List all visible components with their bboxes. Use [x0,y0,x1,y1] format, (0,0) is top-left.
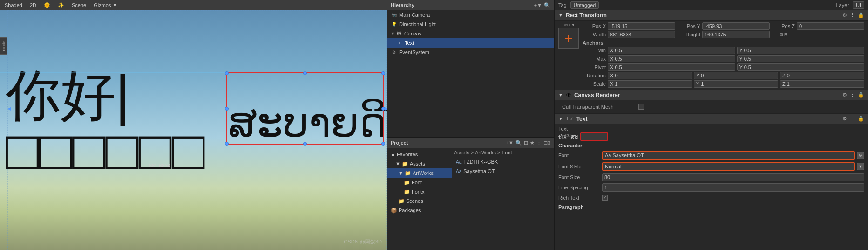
hierarchy-item-main-camera[interactable]: 📷 Main Camera [387,10,554,20]
project-folder-assets[interactable]: ▼ 📁 Assets [387,159,452,168]
eye-icon[interactable]: 👁 [566,92,571,98]
scene-shaded-btn[interactable]: Shaded [2,2,25,8]
scene-gizmos-btn[interactable]: Gizmos ▼ [91,2,120,8]
scene-lighting-btn[interactable]: 🌞 [41,2,53,9]
handle-bl[interactable] [225,142,229,146]
text-settings-icon[interactable]: ⚙ [842,116,847,122]
rect-transform-title: Rect Transform [566,12,840,19]
rot-y-input[interactable] [694,72,778,79]
min-x-input[interactable] [608,47,735,54]
tag-dropdown[interactable]: Untagged [570,1,599,9]
canvas-renderer-header[interactable]: ▼ 👁 Canvas Renderer ⚙ ⋮ 🔒 [555,90,868,100]
height-input[interactable] [702,31,770,38]
line-spacing-row: Line Spacing [558,183,864,192]
pos-y-input[interactable] [702,22,770,30]
text-more-icon[interactable]: ⋮ [850,116,855,122]
mode-text: mode [1,39,6,53]
cr-settings-icon[interactable]: ⚙ [842,92,847,98]
rt-more-icon[interactable]: ⋮ [850,12,855,18]
pos-z-input[interactable] [797,22,864,30]
cr-more-icon[interactable]: ⋮ [850,92,855,98]
handle-tr[interactable] [381,71,385,75]
line-spacing-input[interactable] [602,183,864,192]
handle-mr[interactable] [381,107,385,111]
tag-layer-row: Tag Untagged Layer UI [555,0,868,10]
hierarchy-item-text[interactable]: T Text [387,38,554,48]
project-folder-scenes[interactable]: 📁 Scenes [387,196,452,206]
font-folder-icon: 📁 [404,180,410,186]
project-folder-favorites[interactable]: ★ Favorites [387,150,452,159]
rt-lock-icon[interactable]: 🔒 [858,12,864,18]
hierarchy-search-icon[interactable]: 🔍 [544,2,550,8]
assets-icon: 📁 [402,161,408,167]
project-folder-fontx[interactable]: 📁 Fontx [387,187,452,196]
project-asset-saysettha[interactable]: Aa Saysettha OT [454,167,552,176]
font-size-label: Font Size [558,174,600,180]
font-dot-button[interactable]: ⊙ [857,152,864,159]
scene-fx-btn[interactable]: ✨ [55,2,67,9]
rt-settings-icon[interactable]: ⚙ [842,12,847,18]
cull-transparent-checkbox[interactable] [638,104,644,110]
font-size-input[interactable] [602,173,864,181]
hierarchy-item-canvas[interactable]: ▼ 🖼 Canvas [387,29,554,38]
max-x-input[interactable] [608,55,735,62]
rich-text-row: Rich Text [558,193,864,202]
project-star-icon[interactable]: ★ [530,140,535,146]
rt-row2: Width Height ⊞ R [583,31,864,38]
anchor-box[interactable] [558,28,579,49]
anchor-widget[interactable]: center [558,22,579,88]
handle-ml[interactable] [225,107,229,111]
width-input[interactable] [608,31,675,38]
scene-scene-btn[interactable]: Scene [69,2,89,8]
project-add-icon[interactable]: +▼ [506,140,514,146]
project-folder-artworks[interactable]: ▼ 📁 ArtWorks [387,168,452,178]
handle-bm[interactable] [303,142,307,146]
line-spacing-label: Line Spacing [558,185,600,190]
project-asset-fzdhtk[interactable]: Aa FZDHTK--GBK [454,157,552,167]
project-toggle-icon[interactable]: ⊞ [524,140,528,146]
font-folder-label: Font [412,180,422,185]
scale-z-input[interactable] [780,80,864,88]
hierarchy-item-directional-light[interactable]: 💡 Directional Light [387,20,554,29]
cr-lock-icon[interactable]: 🔒 [858,92,864,98]
rot-x-input[interactable] [608,72,692,79]
guide-bottom [0,145,387,145]
mode-tab: mode [0,37,7,55]
project-folder-font[interactable]: 📁 Font [387,178,452,187]
project-more-icon[interactable]: ⋮ [536,140,542,146]
min-y-input[interactable] [737,47,865,54]
text-input-red-box[interactable] [580,132,608,141]
pos-x-input[interactable] [608,22,675,30]
font-style-dropdown-btn[interactable]: ▼ [857,163,864,170]
scale-row: Scale [583,80,864,88]
rich-text-checkbox[interactable] [602,195,608,201]
rich-text-label: Rich Text [558,195,600,201]
handle-tl[interactable] [225,71,229,75]
layer-dropdown[interactable]: UI [853,1,864,9]
project-panel: Project +▼ 🔍 ⊞ ★ ⋮ ⊟3 ★ Favorites ▼ 📁 [387,138,554,250]
text-component-header[interactable]: ▼ T ✓ Text ⚙ ⋮ 🔒 [555,114,868,124]
left-arrow: ◀ [7,72,9,145]
pivot-y-input[interactable] [737,63,865,71]
hierarchy-item-label-canvas: Canvas [404,31,421,36]
middle-panel: Hierarchy +▼ 🔍 📷 Main Camera 💡 Direction… [387,0,554,250]
font-input[interactable]: Aa Saysettha OT [602,151,855,160]
scene-2d-btn[interactable]: 2D [27,2,39,8]
handle-br[interactable] [381,142,385,146]
handle-tm[interactable] [303,71,307,75]
rot-z-input[interactable] [780,72,864,79]
font-style-input[interactable]: Normal [602,162,855,171]
font-style-label: Font Style [558,164,600,169]
project-folder-packages[interactable]: 📦 Packages [387,206,452,215]
scale-y-input[interactable] [694,80,778,88]
hierarchy-item-eventsystem[interactable]: ⚙ EventSystem [387,48,554,57]
text-check-icon[interactable]: T ✓ [566,116,574,121]
project-search-icon[interactable]: 🔍 [515,140,522,146]
hierarchy-add-icon[interactable]: +▼ [534,2,542,8]
max-y-input[interactable] [737,55,865,62]
cull-transparent-row: Cull Transparent Mesh [558,102,864,111]
pivot-x-input[interactable] [608,63,735,71]
scale-x-input[interactable] [608,80,692,88]
text-lock-icon[interactable]: 🔒 [858,116,864,122]
rect-transform-header[interactable]: ▼ Rect Transform ⚙ ⋮ 🔒 [555,10,868,21]
